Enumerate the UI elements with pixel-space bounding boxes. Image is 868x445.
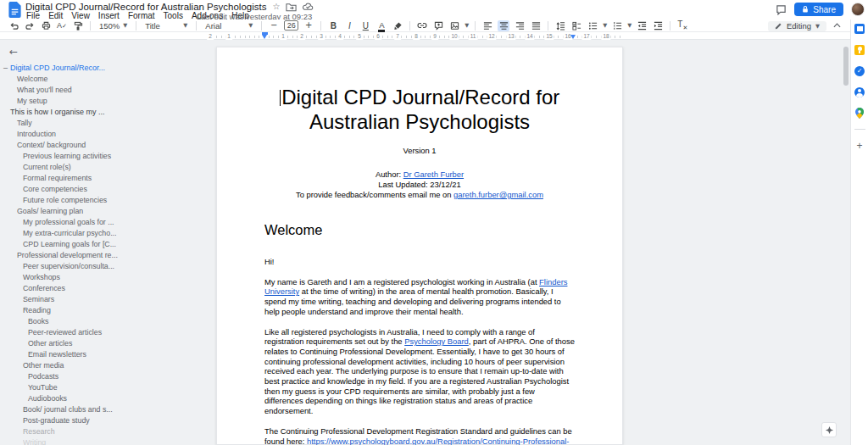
author-block[interactable]: Author: Dr Gareth Furber Last Updated: 2…: [264, 170, 575, 200]
highlight-color-button[interactable]: [392, 20, 403, 31]
numbered-list-button[interactable]: [611, 20, 623, 31]
increase-font-size-button[interactable]: +: [303, 20, 314, 31]
close-outline-icon[interactable]: ←: [9, 46, 21, 58]
welcome-heading[interactable]: Welcome: [264, 222, 575, 238]
explore-button[interactable]: [821, 422, 837, 437]
outline-item[interactable]: Podcasts: [0, 371, 205, 382]
font-select[interactable]: Arial▼: [203, 20, 255, 31]
numbered-list-dropdown[interactable]: ▼: [627, 22, 632, 29]
comment-history-icon[interactable]: [776, 4, 787, 15]
outline-item[interactable]: Seminars: [0, 294, 205, 305]
align-right-button[interactable]: [514, 20, 526, 31]
doc-link[interactable]: Psychology Board: [404, 337, 469, 346]
outline-item[interactable]: Reading: [0, 305, 205, 316]
paint-format-button[interactable]: [72, 20, 84, 31]
insert-image-dropdown[interactable]: ▼: [465, 22, 469, 29]
undo-button[interactable]: [8, 20, 19, 31]
checklist-button[interactable]: [570, 20, 582, 31]
paragraph-3[interactable]: The Continuing Professional Development …: [264, 426, 575, 445]
outline-item[interactable]: Post-graduate study: [0, 415, 205, 426]
account-avatar[interactable]: [851, 3, 865, 16]
outline-item[interactable]: YouTube: [0, 382, 205, 393]
doc-link[interactable]: Flinders University: [264, 277, 567, 297]
google-docs-logo-icon[interactable]: [8, 2, 21, 18]
tasks-icon[interactable]: ✓: [854, 65, 865, 76]
insert-link-button[interactable]: [416, 20, 428, 31]
decrease-font-size-button[interactable]: −: [268, 20, 280, 31]
outline-item[interactable]: Research: [0, 426, 205, 437]
bulleted-list-dropdown[interactable]: ▼: [603, 22, 607, 29]
decrease-indent-button[interactable]: [636, 20, 648, 31]
outline-item[interactable]: Books: [0, 316, 205, 327]
add-comment-button[interactable]: [432, 20, 444, 31]
right-indent-marker[interactable]: [570, 35, 576, 39]
outline-item[interactable]: Professional development re...: [0, 250, 205, 261]
share-button[interactable]: Share: [794, 3, 843, 16]
greeting-paragraph[interactable]: Hi!: [264, 257, 575, 267]
outline-item[interactable]: Peer supervision/consulta...: [0, 261, 205, 272]
spellcheck-button[interactable]: A✓: [56, 20, 68, 31]
outline-item[interactable]: Context/ background: [0, 140, 205, 151]
vertical-scrollbar[interactable]: [843, 47, 849, 86]
line-spacing-button[interactable]: [554, 20, 566, 31]
version-line[interactable]: Version 1: [264, 146, 575, 156]
doc-link[interactable]: https://www.psychologyboard.gov.au/Regis…: [264, 437, 569, 445]
clear-formatting-button[interactable]: T✕: [676, 20, 688, 31]
paragraph-2[interactable]: Like all registered psychologists in Aus…: [264, 327, 575, 416]
align-left-button[interactable]: [481, 20, 493, 31]
document-page[interactable]: Digital CPD Journal/Record for Australia…: [216, 47, 623, 445]
calendar-icon[interactable]: [854, 23, 865, 34]
bulleted-list-button[interactable]: [587, 20, 598, 31]
italic-button[interactable]: I: [343, 20, 355, 31]
outline-item[interactable]: What you'll need: [0, 85, 205, 96]
paragraph-1[interactable]: My name is Gareth and I am a registered …: [264, 277, 575, 317]
maps-icon[interactable]: [854, 108, 865, 119]
paragraph-style-select[interactable]: Title▼: [142, 20, 190, 31]
outline-item[interactable]: Tally: [0, 118, 205, 129]
outline-item[interactable]: Welcome: [0, 74, 205, 85]
ruler[interactable]: 21123456789101112131415161718: [0, 32, 850, 40]
outline-item[interactable]: Digital CPD Journal/Recor...: [0, 63, 205, 74]
outline-item[interactable]: Book/ journal clubs and s...: [0, 404, 205, 415]
feedback-email-link[interactable]: gareth.furber@gmail.com: [453, 190, 543, 199]
outline-item[interactable]: Other articles: [0, 338, 205, 349]
outline-item[interactable]: Formal requirements: [0, 173, 205, 184]
contacts-icon[interactable]: [854, 86, 865, 97]
bold-button[interactable]: B: [327, 20, 339, 31]
keep-icon[interactable]: [854, 44, 865, 55]
font-size-input[interactable]: 26: [284, 20, 298, 31]
outline-item[interactable]: Core competencies: [0, 184, 205, 195]
get-add-ons-icon[interactable]: +: [854, 140, 865, 151]
outline-item[interactable]: Other media: [0, 360, 205, 371]
align-justify-button[interactable]: [530, 20, 542, 31]
outline-item[interactable]: Previous learning activities: [0, 151, 205, 162]
move-to-folder-icon[interactable]: [286, 3, 297, 12]
outline-item[interactable]: Writing: [0, 437, 205, 445]
print-button[interactable]: [40, 20, 52, 31]
doc-heading-title-line2[interactable]: Australian Psychologists: [264, 109, 575, 134]
document-status-cloud-icon[interactable]: [303, 3, 314, 11]
insert-image-button[interactable]: [448, 20, 460, 31]
outline-item[interactable]: My extra-curricular psycho...: [0, 228, 205, 239]
outline-item[interactable]: Future role competencies: [0, 195, 205, 206]
text-color-button[interactable]: A: [376, 20, 387, 31]
outline-item[interactable]: Email newsletters: [0, 349, 205, 360]
outline-item[interactable]: Introduction: [0, 129, 205, 140]
outline-item[interactable]: This is how I organise my ...: [0, 107, 205, 118]
outline-item[interactable]: Workshops: [0, 272, 205, 283]
outline-item[interactable]: Goals/ learning plan: [0, 206, 205, 217]
outline-item[interactable]: My setup: [0, 96, 205, 107]
outline-item[interactable]: Peer-reviewed articles: [0, 327, 205, 338]
left-indent-marker[interactable]: [262, 35, 267, 39]
outline-item[interactable]: Conferences: [0, 283, 205, 294]
outline-item[interactable]: Audiobooks: [0, 393, 205, 404]
redo-button[interactable]: [24, 20, 36, 31]
outline-item[interactable]: Current role(s): [0, 162, 205, 173]
star-icon[interactable]: ☆: [272, 3, 280, 11]
author-link[interactable]: Dr Gareth Furber: [403, 170, 464, 179]
outline-item[interactable]: CPD Learning goals for [C...: [0, 239, 205, 250]
doc-heading-title-line1[interactable]: Digital CPD Journal/Record for: [264, 85, 575, 109]
hide-menus-button[interactable]: [833, 23, 841, 28]
outline-item[interactable]: My professional goals for ...: [0, 217, 205, 228]
increase-indent-button[interactable]: [652, 20, 664, 31]
